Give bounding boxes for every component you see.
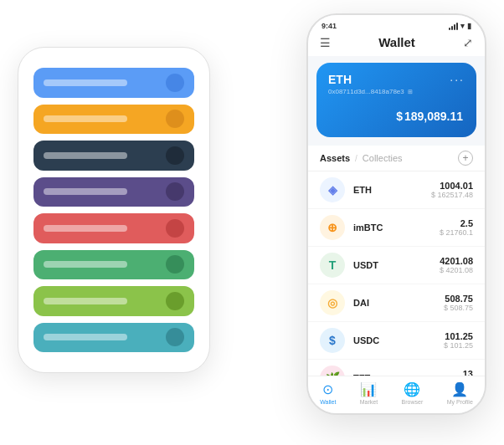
asset-usd-dai: $ 508.75 — [444, 304, 473, 312]
battery-icon: ▮ — [467, 22, 471, 30]
wallet-card-light-green-card[interactable] — [33, 286, 194, 316]
asset-icon-tft: 🌿 — [320, 366, 345, 376]
assets-tabs: Assets / Collecties — [320, 153, 403, 163]
wallet-card-purple-card[interactable] — [33, 177, 194, 207]
eth-card-menu[interactable]: ··· — [450, 73, 465, 86]
nav-item-wallet[interactable]: ⊙Wallet — [320, 381, 336, 405]
asset-amount-imbtc: 2.5 — [440, 218, 473, 228]
nav-item-browser[interactable]: 🌐Browser — [402, 381, 424, 405]
nav-icon-market: 📊 — [360, 381, 377, 397]
wallet-card-blue-card[interactable] — [33, 68, 194, 98]
menu-icon[interactable]: ☰ — [320, 36, 331, 49]
nav-label-market: Market — [360, 399, 378, 405]
scene: 9:41 ▾ ▮ ☰ Wallet ⤢ ETH — [18, 13, 486, 432]
bottom-nav: ⊙Wallet📊Market🌐Browser👤My Profile — [308, 376, 485, 413]
tab-divider: / — [355, 154, 357, 163]
asset-amount-eth: 1004.01 — [431, 181, 473, 191]
asset-row-usdt[interactable]: TUSDT4201.08$ 4201.08 — [308, 247, 485, 284]
status-bar: 9:41 ▾ ▮ — [308, 15, 485, 32]
eth-amount-value: 189,089.11 — [404, 110, 463, 123]
asset-name-dai: DAI — [353, 298, 435, 308]
add-asset-button[interactable]: + — [458, 151, 473, 166]
eth-card-header: ETH ··· — [328, 73, 465, 86]
asset-row-eth[interactable]: ◈ETH1004.01$ 162517.48 — [308, 171, 485, 209]
wifi-icon: ▾ — [460, 22, 465, 30]
nav-icon-browser: 🌐 — [404, 381, 420, 397]
eth-address-text: 0x08711d3d...8418a78e3 — [328, 88, 404, 95]
wallet-card-blue2-card[interactable] — [33, 323, 194, 353]
asset-name-eth: ETH — [353, 185, 423, 195]
wallet-card-orange-card[interactable] — [33, 105, 194, 135]
nav-item-market[interactable]: 📊Market — [360, 381, 378, 405]
nav-label-browser: Browser — [402, 399, 424, 405]
status-icons: ▾ ▮ — [449, 22, 471, 30]
asset-name-imbtc: imBTC — [353, 222, 431, 233]
nav-icon-wallet: ⊙ — [322, 381, 333, 397]
asset-amount-usdt: 4201.08 — [440, 256, 473, 266]
nav-label-profile: My Profile — [447, 399, 473, 405]
asset-usd-eth: $ 162517.48 — [431, 191, 473, 199]
time-display: 9:41 — [321, 22, 337, 30]
nav-label-wallet: Wallet — [320, 399, 336, 405]
asset-list: ◈ETH1004.01$ 162517.48⊕imBTC2.5$ 21760.1… — [308, 171, 485, 376]
asset-row-imbtc[interactable]: ⊕imBTC2.5$ 21760.1 — [308, 209, 485, 247]
asset-amount-tft: 13 — [463, 369, 473, 376]
phone-header: ☰ Wallet ⤢ — [308, 32, 485, 56]
asset-row-dai[interactable]: ◎DAI508.75$ 508.75 — [308, 284, 485, 322]
asset-icon-eth: ◈ — [320, 177, 345, 202]
asset-name-usdc: USDC — [353, 335, 435, 345]
wallet-card-green-card[interactable] — [33, 250, 194, 280]
asset-icon-usdc: $ — [320, 328, 345, 353]
asset-icon-usdt: T — [320, 253, 345, 278]
eth-address-copy-icon: ⊞ — [408, 89, 413, 95]
asset-icon-dai: ◎ — [320, 290, 345, 315]
nav-icon-profile: 👤 — [451, 381, 468, 397]
wallet-card-dark-card[interactable] — [33, 141, 194, 171]
asset-row-tft[interactable]: 🌿TFT130 — [308, 360, 485, 376]
asset-amount-usdc: 101.25 — [444, 331, 473, 341]
tab-collecties[interactable]: Collecties — [363, 153, 403, 163]
eth-hero-card[interactable]: ETH ··· 0x08711d3d...8418a78e3 ⊞ $189,08… — [316, 63, 476, 137]
header-title: Wallet — [331, 35, 463, 49]
asset-row-usdc[interactable]: $USDC101.25$ 101.25 — [308, 322, 485, 360]
asset-icon-imbtc: ⊕ — [320, 215, 345, 240]
phone-back — [18, 47, 210, 373]
signal-icon — [449, 23, 458, 30]
eth-card-name: ETH — [328, 73, 352, 86]
asset-name-usdt: USDT — [353, 260, 431, 270]
wallet-card-red-card[interactable] — [33, 213, 194, 243]
phone-front: 9:41 ▾ ▮ ☰ Wallet ⤢ ETH — [306, 13, 486, 415]
eth-card-address: 0x08711d3d...8418a78e3 ⊞ — [328, 88, 465, 95]
eth-card-amount: $189,089.11 — [328, 104, 465, 125]
expand-icon[interactable]: ⤢ — [463, 36, 473, 49]
phone-scroll: ETH ··· 0x08711d3d...8418a78e3 ⊞ $189,08… — [308, 56, 485, 376]
asset-usd-usdc: $ 101.25 — [444, 341, 473, 350]
asset-usd-usdt: $ 4201.08 — [440, 266, 473, 274]
asset-usd-imbtc: $ 21760.1 — [440, 228, 473, 237]
eth-currency-symbol: $ — [396, 110, 403, 123]
assets-header: Assets / Collecties + — [308, 146, 485, 171]
tab-assets[interactable]: Assets — [320, 153, 350, 163]
nav-item-profile[interactable]: 👤My Profile — [447, 381, 473, 405]
asset-amount-dai: 508.75 — [444, 294, 473, 304]
